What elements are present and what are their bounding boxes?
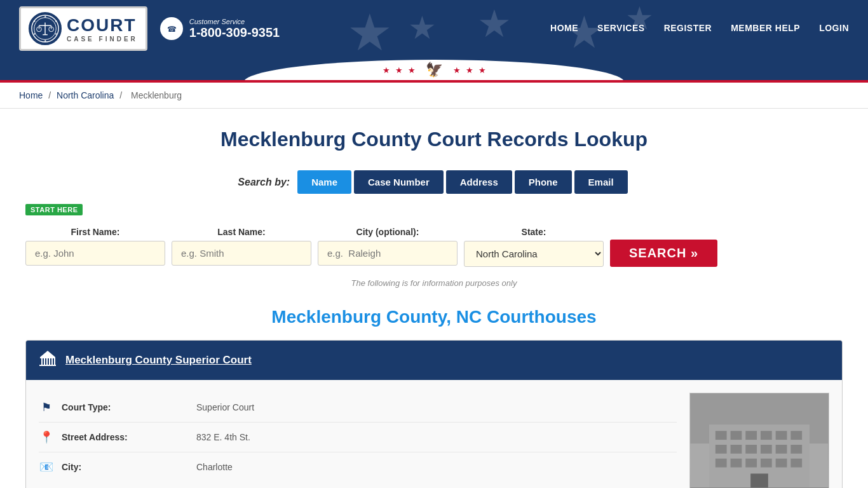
search-by-row: Search by: Name Case Number Address Phon… (25, 170, 843, 194)
svg-rect-38 (745, 445, 757, 454)
city-label: City (optional): (318, 227, 458, 237)
svg-rect-33 (761, 431, 772, 440)
svg-rect-43 (731, 459, 742, 468)
courthouse-details: ⚑ Court Type: Superior Court 📍 Street Ad… (39, 393, 677, 488)
svg-rect-20 (46, 358, 48, 365)
nav-home[interactable]: HOME (550, 23, 578, 34)
svg-rect-17 (40, 357, 55, 358)
court-type-row: ⚑ Court Type: Superior Court (39, 393, 677, 423)
address-value: 832 E. 4th St. (196, 432, 250, 442)
svg-rect-42 (715, 459, 727, 468)
tab-name[interactable]: Name (297, 170, 351, 194)
city-input[interactable] (318, 241, 458, 266)
svg-rect-41 (790, 445, 802, 454)
star-right-3: ★ (478, 65, 486, 75)
eagle-icon: 🦅 (426, 62, 443, 78)
svg-rect-46 (776, 459, 787, 468)
state-group: State: North Carolina Alabama Alaska Ari… (464, 227, 604, 267)
customer-service: ☎ Customer Service 1-800-309-9351 (160, 17, 280, 40)
breadcrumb-sep-2: / (119, 90, 125, 100)
header-left: ★ ★ ★ ★ ★ ★ COURT CASE (19, 6, 280, 51)
tab-address[interactable]: Address (446, 170, 512, 194)
svg-rect-22 (51, 358, 53, 365)
svg-rect-40 (776, 445, 787, 454)
nav-register[interactable]: REGISTER (664, 23, 712, 34)
last-name-label: Last Name: (172, 227, 311, 237)
svg-rect-21 (49, 358, 50, 365)
start-here-container: START HERE (25, 204, 843, 222)
search-button[interactable]: SEARCH » (610, 240, 717, 267)
logo-emblem: ★ ★ ★ ★ ★ ★ (29, 12, 62, 45)
cs-phone: 1-800-309-9351 (189, 25, 280, 40)
state-select[interactable]: North Carolina Alabama Alaska Arizona (464, 241, 604, 267)
address-row: 📍 Street Address: 832 E. 4th St. (39, 423, 677, 452)
city-icon: 📧 (39, 460, 54, 474)
last-name-group: Last Name: (172, 227, 311, 266)
star-right-2: ★ (466, 65, 473, 75)
breadcrumb-state[interactable]: North Carolina (57, 90, 114, 100)
svg-rect-18 (41, 358, 43, 365)
logo-casefinder-label: CASE FINDER (67, 36, 138, 43)
star-left-2: ★ (395, 65, 403, 75)
svg-rect-30 (715, 431, 727, 440)
svg-rect-37 (731, 445, 742, 454)
city-group: City (optional): (318, 227, 458, 266)
first-name-label: First Name: (25, 227, 165, 237)
address-label: Street Address: (62, 432, 189, 442)
svg-rect-31 (731, 431, 742, 440)
svg-rect-48 (750, 473, 768, 488)
tab-email[interactable]: Email (574, 170, 628, 194)
star-left-3: ★ (408, 65, 416, 75)
site-header: ★ ★ ★ ★ ★ ★ ★ ★ ★ ★ ★ (0, 0, 868, 57)
city-detail-label: City: (62, 462, 189, 472)
nav-login[interactable]: LOGIN (819, 23, 849, 34)
breadcrumb-county: Mecklenburg (131, 90, 182, 100)
cs-text: Customer Service 1-800-309-9351 (189, 18, 280, 40)
nav-services[interactable]: SERVICES (597, 23, 645, 34)
search-section: Search by: Name Case Number Address Phon… (25, 170, 843, 288)
svg-rect-44 (745, 459, 757, 468)
tab-case-number[interactable]: Case Number (354, 170, 444, 194)
star-left-1: ★ (383, 65, 390, 75)
svg-text:☎: ☎ (166, 25, 176, 34)
page-title: Mecklenburg County Court Records Lookup (25, 128, 843, 151)
court-type-label: Court Type: (62, 402, 189, 412)
svg-rect-32 (745, 431, 757, 440)
first-name-input[interactable] (25, 241, 165, 266)
tab-phone[interactable]: Phone (515, 170, 572, 194)
svg-rect-23 (54, 358, 55, 365)
svg-marker-25 (40, 351, 55, 357)
start-here-badge: START HERE (25, 204, 83, 215)
svg-rect-24 (39, 365, 56, 366)
courthouse-icon (39, 349, 57, 371)
first-name-group: First Name: (25, 227, 165, 266)
courthouse-card-header: Mecklenburg County Superior Court (26, 341, 842, 380)
cs-label: Customer Service (189, 18, 280, 25)
info-note: The following is for information purpose… (25, 278, 843, 288)
courthouse-section-title: Mecklenburg County, NC Courthouses (25, 307, 843, 327)
search-form: First Name: Last Name: City (optional): … (25, 227, 843, 267)
logo-court-label: COURT (67, 15, 137, 36)
breadcrumb-home[interactable]: Home (19, 90, 43, 100)
svg-rect-47 (790, 459, 802, 468)
svg-rect-36 (715, 445, 727, 454)
courthouse-card: Mecklenburg County Superior Court ⚑ Cour… (25, 340, 843, 488)
court-type-icon: ⚑ (39, 400, 54, 414)
courthouse-card-body: ⚑ Court Type: Superior Court 📍 Street Ad… (26, 380, 842, 488)
court-type-value: Superior Court (196, 402, 254, 412)
phone-icon: ☎ (160, 17, 183, 40)
last-name-input[interactable] (172, 241, 311, 266)
eagle-banner: ★ ★ ★ 🦅 ★ ★ ★ (243, 60, 625, 83)
svg-rect-19 (44, 358, 45, 365)
nav-member-help[interactable]: MEMBER HELP (731, 23, 800, 34)
courthouse-section: Mecklenburg County, NC Courthouses (25, 307, 843, 488)
svg-rect-39 (761, 445, 772, 454)
main-nav: HOME SERVICES REGISTER MEMBER HELP LOGIN (550, 23, 849, 34)
main-content: Mecklenburg County Court Records Lookup … (0, 109, 868, 488)
hero-band: ★ ★ ★ 🦅 ★ ★ ★ (0, 57, 868, 83)
courthouse-image (689, 393, 829, 488)
star-right-1: ★ (453, 65, 461, 75)
courthouse-name-link[interactable]: Mecklenburg County Superior Court (65, 354, 252, 367)
logo[interactable]: ★ ★ ★ ★ ★ ★ COURT CASE (19, 6, 147, 51)
city-row: 📧 City: Charlotte (39, 452, 677, 482)
